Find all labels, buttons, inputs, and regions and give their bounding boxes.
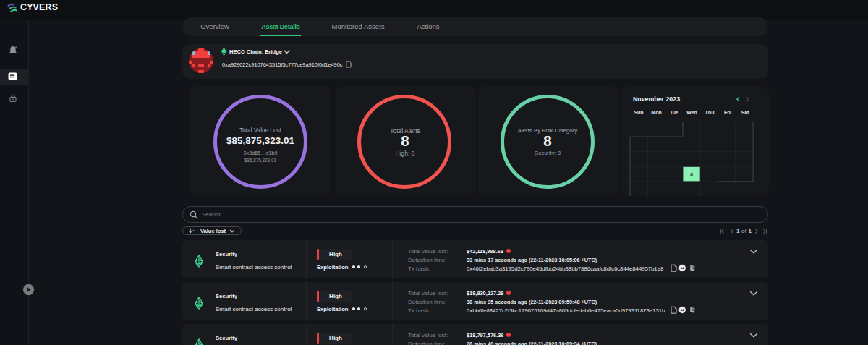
svg-text:8: 8 — [690, 171, 693, 178]
